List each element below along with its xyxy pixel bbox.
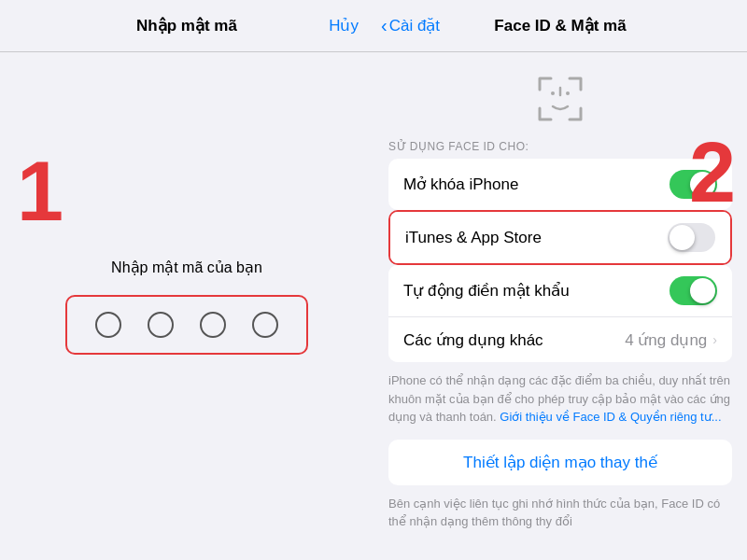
right-header-title: Face ID & Mật mã	[494, 16, 626, 35]
left-content: 1 Nhập mật mã của bạn	[65, 52, 308, 560]
info-link[interactable]: Giới thiệu về Face ID & Quyền riêng tư..…	[500, 410, 721, 424]
passcode-dots-container	[65, 295, 308, 355]
chevron-left-icon: ‹	[381, 15, 388, 36]
setup-alternate-label: Thiết lập diện mạo thay thế	[463, 453, 657, 472]
auto-fill-toggle[interactable]	[669, 276, 717, 305]
unlock-iphone-row[interactable]: Mở khóa iPhone	[388, 159, 732, 210]
passcode-label: Nhập mật mã của bạn	[111, 259, 262, 276]
unlock-iphone-label: Mở khóa iPhone	[403, 175, 518, 194]
setup-alternate-group: Thiết lập diện mạo thay thế	[388, 440, 732, 485]
unlock-iphone-group: Mở khóa iPhone	[388, 159, 732, 210]
passcode-dot-4	[252, 312, 278, 338]
svg-point-1	[551, 91, 555, 95]
section-label: SỬ DỤNG FACE ID CHO:	[374, 136, 747, 159]
auto-fill-label: Tự động điền mật khẩu	[403, 281, 570, 301]
itunes-appstore-row[interactable]: iTunes & App Store	[390, 212, 730, 263]
face-id-icon-area	[374, 52, 747, 136]
other-apps-right: 4 ứng dụng ›	[625, 330, 717, 350]
chevron-right-icon: ›	[712, 332, 717, 347]
toggle-knob-3	[690, 278, 715, 303]
itunes-appstore-group: iTunes & App Store	[388, 210, 732, 265]
itunes-appstore-toggle[interactable]	[668, 223, 715, 252]
info-text: iPhone có thể nhận dạng các đặc điểm ba …	[388, 373, 730, 424]
passcode-dot-3	[200, 312, 226, 338]
right-panel: ‹ Cài đặt Face ID & Mật mã SỬ DỤNG FACE …	[374, 0, 747, 560]
cancel-button[interactable]: Hủy	[329, 16, 359, 35]
step-number-1: 1	[17, 149, 63, 233]
setup-alternate-row[interactable]: Thiết lập diện mạo thay thế	[388, 440, 732, 485]
back-label: Cài đặt	[389, 16, 440, 35]
unlock-iphone-toggle[interactable]	[669, 170, 717, 199]
toggle-knob-2	[669, 225, 695, 250]
right-header: ‹ Cài đặt Face ID & Mật mã	[374, 0, 747, 52]
left-panel: Nhập mật mã Hủy 1 Nhập mật mã của bạn	[0, 0, 374, 560]
bottom-info-text: Bên cạnh việc liên tục ghi nhớ hình thức…	[388, 497, 720, 529]
bottom-info-area: Bên cạnh việc liên tục ghi nhớ hình thức…	[374, 485, 747, 535]
svg-point-2	[566, 91, 570, 95]
auto-fill-row[interactable]: Tự động điền mật khẩu	[388, 265, 732, 317]
right-content: SỬ DỤNG FACE ID CHO: Mở khóa iPhone iTun…	[374, 52, 747, 560]
more-rows-group: Tự động điền mật khẩu Các ứng dụng khác …	[388, 265, 732, 362]
other-apps-label: Các ứng dụng khác	[403, 330, 543, 350]
passcode-dot-1	[95, 312, 121, 338]
itunes-appstore-label: iTunes & App Store	[405, 229, 542, 247]
left-header-title: Nhập mật mã	[136, 16, 237, 35]
left-header: Nhập mật mã Hủy	[0, 0, 374, 52]
other-apps-value: 4 ứng dụng	[625, 330, 707, 350]
face-id-icon	[532, 71, 588, 127]
passcode-dot-2	[148, 312, 174, 338]
other-apps-row[interactable]: Các ứng dụng khác 4 ứng dụng ›	[388, 317, 732, 362]
toggle-knob	[690, 172, 715, 197]
back-button[interactable]: ‹ Cài đặt	[381, 15, 440, 36]
info-text-area: iPhone có thể nhận dạng các đặc điểm ba …	[374, 362, 747, 432]
